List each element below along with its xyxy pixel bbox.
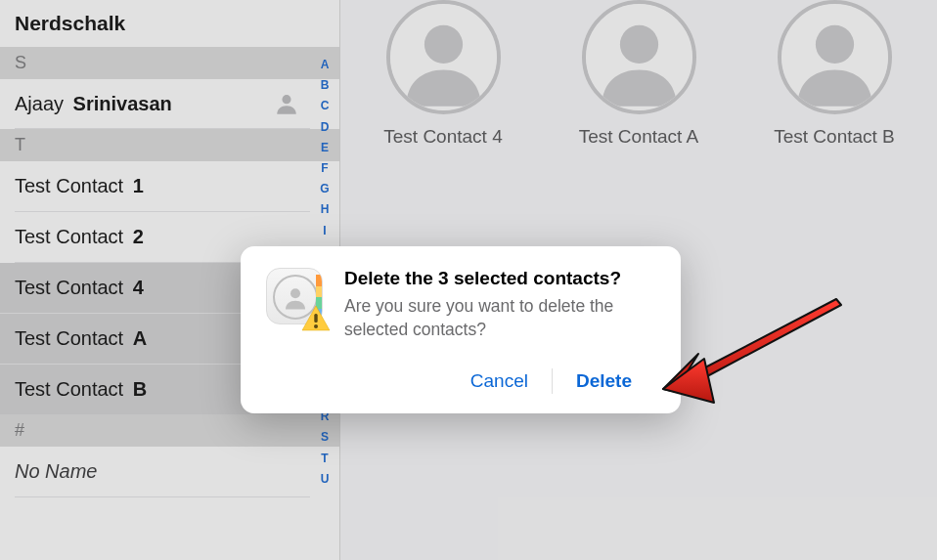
delete-confirm-dialog: Delete the 3 selected contacts? Are you … bbox=[241, 246, 681, 413]
svg-rect-8 bbox=[314, 314, 317, 323]
dialog-title: Delete the 3 selected contacts? bbox=[344, 268, 655, 289]
svg-point-7 bbox=[290, 288, 300, 298]
warning-icon bbox=[301, 305, 331, 332]
delete-button[interactable]: Delete bbox=[553, 365, 655, 398]
dialog-body: Are you sure you want to delete the sele… bbox=[344, 295, 655, 341]
contacts-app-icon bbox=[266, 268, 325, 326]
svg-point-9 bbox=[314, 324, 318, 328]
cancel-button[interactable]: Cancel bbox=[447, 365, 552, 398]
